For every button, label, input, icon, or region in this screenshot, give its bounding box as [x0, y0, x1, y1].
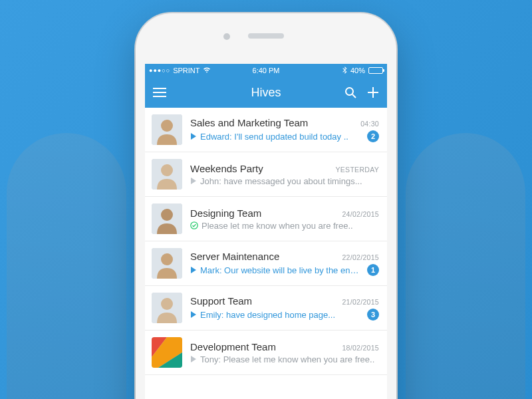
- chat-row[interactable]: Designing Team24/02/2015Please let me kn…: [145, 197, 387, 241]
- avatar: [152, 293, 182, 323]
- screen: ●●●○○ SPRINT 6:40 PM 40% Hives: [145, 64, 387, 399]
- svg-point-12: [161, 253, 173, 265]
- chat-title: Designing Team: [190, 207, 336, 219]
- svg-marker-7: [191, 178, 196, 184]
- avatar: [152, 203, 182, 234]
- carrier-label: SPRINT: [173, 66, 200, 74]
- svg-marker-4: [191, 133, 196, 140]
- chat-row[interactable]: Sales and Marketing Team04:30Edward: I'l…: [145, 108, 387, 152]
- chat-preview: Mark: Our website will be live by the en…: [200, 265, 362, 275]
- signal-dots-icon: ●●●○○: [149, 67, 170, 74]
- svg-line-1: [352, 94, 356, 98]
- avatar: [152, 159, 182, 190]
- chat-title: Development Team: [190, 341, 336, 352]
- svg-marker-13: [191, 267, 196, 273]
- chat-content: Support Team21/02/2015Emily: have design…: [190, 295, 379, 321]
- chat-timestamp: YESTERDAY: [335, 166, 379, 174]
- chat-content: Server Maintenance22/02/2015Mark: Our we…: [190, 251, 379, 276]
- hamburger-icon: [153, 88, 166, 97]
- chat-content: Development Team18/02/2015Tony: Please l…: [190, 341, 379, 364]
- battery-icon: [368, 67, 383, 74]
- svg-point-0: [346, 88, 353, 95]
- chat-row[interactable]: Development Team18/02/2015Tony: Please l…: [145, 331, 387, 375]
- chat-title: Weekends Party: [190, 163, 330, 174]
- chat-timestamp: 21/02/2015: [342, 298, 379, 306]
- chat-title: Sales and Marketing Team: [190, 117, 355, 128]
- chat-content: Designing Team24/02/2015Please let me kn…: [190, 207, 379, 231]
- svg-point-3: [161, 120, 173, 132]
- play-icon: [190, 178, 197, 184]
- chat-preview: Edward: I'll send updated build today ..: [200, 132, 362, 142]
- menu-button[interactable]: [153, 88, 166, 97]
- play-icon: [190, 267, 197, 273]
- status-bar: ●●●○○ SPRINT 6:40 PM 40%: [145, 64, 387, 77]
- svg-point-15: [161, 298, 173, 310]
- phone-frame: ●●●○○ SPRINT 6:40 PM 40% Hives: [136, 13, 396, 399]
- chat-timestamp: 18/02/2015: [342, 344, 379, 352]
- search-icon: [344, 86, 356, 98]
- play-icon: [190, 133, 197, 140]
- chat-preview: Please let me know when you are free..: [201, 221, 379, 231]
- chat-preview: Emily: have designed home page...: [200, 310, 362, 320]
- unread-badge: 2: [367, 130, 379, 142]
- svg-point-6: [161, 164, 173, 176]
- unread-badge: 1: [367, 264, 379, 276]
- avatar: [152, 337, 182, 368]
- unread-badge: 3: [367, 309, 379, 321]
- chat-title: Support Team: [190, 295, 336, 307]
- avatar: [152, 114, 182, 145]
- delivered-check-icon: [190, 221, 198, 229]
- chat-list: Sales and Marketing Team04:30Edward: I'l…: [145, 108, 387, 375]
- chat-preview: Tony: Please let me know when you are fr…: [200, 354, 379, 364]
- play-icon: [190, 311, 197, 318]
- avatar: [152, 248, 182, 279]
- svg-marker-16: [191, 311, 196, 318]
- chat-preview: John: have messaged you about timings...: [200, 176, 379, 186]
- svg-marker-20: [191, 356, 196, 362]
- bluetooth-icon: [342, 66, 347, 75]
- wifi-icon: [203, 66, 211, 74]
- chat-row[interactable]: Server Maintenance22/02/2015Mark: Our we…: [145, 241, 387, 286]
- status-time: 6:40 PM: [253, 66, 280, 74]
- svg-point-9: [161, 209, 173, 221]
- chat-row[interactable]: Weekends PartyYESTERDAYJohn: have messag…: [145, 152, 387, 197]
- page-title: Hives: [197, 86, 335, 100]
- chat-title: Server Maintenance: [190, 251, 336, 262]
- plus-icon: [367, 86, 379, 98]
- nav-bar: Hives: [145, 77, 387, 108]
- chat-timestamp: 04:30: [360, 120, 379, 128]
- chat-timestamp: 22/02/2015: [342, 253, 379, 261]
- chat-timestamp: 24/02/2015: [342, 210, 379, 218]
- chat-row[interactable]: Support Team21/02/2015Emily: have design…: [145, 286, 387, 331]
- battery-pct-label: 40%: [350, 66, 365, 74]
- play-icon: [190, 356, 197, 362]
- chat-content: Sales and Marketing Team04:30Edward: I'l…: [190, 117, 379, 142]
- search-button[interactable]: [344, 86, 356, 98]
- chat-content: Weekends PartyYESTERDAYJohn: have messag…: [190, 163, 379, 186]
- add-button[interactable]: [367, 86, 379, 98]
